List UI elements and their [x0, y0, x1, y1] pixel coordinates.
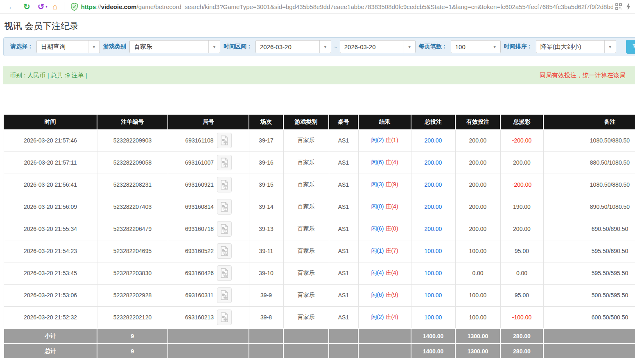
valid-bet: 200.00 [455, 218, 500, 240]
bet-time: 2026-03-20 21:57:46 [4, 129, 97, 151]
date-to-select[interactable]: 2026-03-20 ▼ [340, 40, 416, 53]
game-type-select[interactable]: 百家乐 ▼ [129, 40, 220, 53]
video-replay-button[interactable] [217, 243, 232, 259]
table-header-row: 时间 注单编号 局号 场次 游戏类别 桌号 结果 总投注 有效投注 总派彩 备注 [4, 115, 635, 129]
total-bet-link[interactable]: 200.00 [411, 174, 455, 196]
remark: 500.50/595.50 [543, 284, 635, 306]
remark: 600.50/500.50 [543, 306, 635, 328]
table-no: AS1 [329, 129, 358, 151]
video-replay-button[interactable] [217, 199, 232, 215]
round-cell: 693160921 [168, 174, 249, 196]
home-icon[interactable]: ⌂ [53, 2, 58, 11]
video-file-icon [220, 224, 228, 234]
payout: 200.00 [500, 218, 543, 240]
session: 39-11 [249, 240, 283, 262]
remark: 595.50/690.50 [543, 240, 635, 262]
video-replay-button[interactable] [217, 310, 232, 325]
sort-select[interactable]: 降幂(由大到小) ▼ [536, 40, 616, 53]
total-bet-link[interactable]: 100.00 [411, 240, 455, 262]
col-game-type: 游戏类别 [283, 115, 329, 129]
col-payout: 总派彩 [500, 115, 543, 129]
game-type: 百家乐 [283, 129, 329, 151]
chevron-down-icon: ▼ [208, 41, 220, 53]
date-to-value: 2026-03-20 [340, 43, 404, 50]
qr-code-icon[interactable] [615, 3, 622, 10]
video-replay-button[interactable] [217, 133, 232, 148]
bet-time: 2026-03-20 21:56:09 [4, 196, 97, 218]
video-replay-button[interactable] [217, 265, 232, 281]
bet-id: 523282204695 [97, 240, 168, 262]
table-row: 2026-03-20 21:55:34 523282206479 6931607… [4, 218, 635, 240]
page-size-select[interactable]: 100 ▼ [451, 40, 501, 53]
total-total-bet: 1400.00 [411, 344, 455, 359]
total-bet-link[interactable]: 200.00 [411, 196, 455, 218]
security-shield-icon[interactable] [71, 3, 78, 11]
video-file-icon [220, 158, 228, 167]
round-id: 693161007 [185, 159, 214, 166]
url-separator: :// [96, 3, 101, 10]
total-payout: 280.00 [500, 344, 543, 359]
search-button[interactable]: 查询 [626, 40, 635, 54]
address-bar[interactable]: https://videoie.com/game/betrecord_searc… [81, 3, 613, 10]
session: 39-16 [249, 151, 283, 174]
table-row: 2026-03-20 21:57:46 523282209903 6931611… [4, 129, 635, 151]
subtotal-valid-bet: 1300.00 [455, 328, 500, 344]
round-cell: 693161108 [168, 129, 249, 151]
total-bet-link[interactable]: 100.00 [411, 284, 455, 306]
total-bet-link[interactable]: 200.00 [411, 129, 455, 151]
game-type-label: 游戏类别 [103, 43, 126, 50]
result-player: 闲(6) [371, 159, 384, 165]
result-cell: 闲(6) 庄(4) [358, 151, 411, 174]
result-player: 闲(2) [371, 314, 384, 320]
undo-dropdown-icon[interactable]: ▾ [46, 5, 47, 9]
table-no: AS1 [329, 262, 358, 284]
result-cell: 闲(3) 庄(9) [358, 174, 411, 196]
subtotal-total-bet: 1400.00 [411, 328, 455, 344]
bet-id: 523282203830 [97, 262, 168, 284]
valid-bet: 0.00 [455, 262, 500, 284]
total-bet-link[interactable]: 200.00 [411, 218, 455, 240]
url-scheme: https [81, 3, 96, 10]
video-replay-button[interactable] [217, 155, 232, 170]
query-type-select[interactable]: 日期查询 ▼ [36, 40, 100, 53]
chevron-down-icon: ▼ [404, 41, 415, 53]
valid-bet: 200.00 [455, 151, 500, 174]
round-id: 693160522 [185, 248, 214, 254]
video-replay-button[interactable] [217, 177, 232, 192]
result-cell: 闲(1) 庄(7) [358, 240, 411, 262]
round-id: 693161108 [185, 137, 213, 144]
payout: -200.00 [500, 129, 543, 151]
video-replay-button[interactable] [217, 221, 232, 237]
total-bet-link[interactable]: 100.00 [411, 306, 455, 328]
remark: 690.50/890.50 [543, 218, 635, 240]
bet-time: 2026-03-20 21:54:23 [4, 240, 97, 262]
url-host: videoie.com [101, 3, 137, 10]
video-replay-button[interactable] [217, 287, 232, 303]
back-icon[interactable]: ← [8, 2, 16, 11]
remark: 1080.50/880.50 [543, 174, 635, 196]
round-cell: 693160718 [168, 218, 249, 240]
payout: 190.00 [500, 196, 543, 218]
session: 39-15 [249, 174, 283, 196]
total-count: 9 [97, 344, 168, 359]
table-body: 2026-03-20 21:57:46 523282209903 6931611… [4, 129, 635, 328]
subtotal-label: 小计 [4, 328, 97, 344]
session: 39-13 [249, 218, 283, 240]
reload-icon[interactable]: ↻ [23, 2, 30, 11]
session: 39-17 [249, 129, 283, 151]
total-valid-bet: 1300.00 [455, 344, 500, 359]
session: 39-9 [249, 284, 283, 306]
total-bet-link[interactable]: 200.00 [411, 151, 455, 174]
date-from-select[interactable]: 2026-03-20 ▼ [255, 40, 331, 53]
video-file-icon [220, 180, 228, 190]
undo-icon[interactable]: ↺ [38, 2, 45, 11]
subtotal-payout: 280.00 [500, 328, 543, 344]
bet-time: 2026-03-20 21:53:06 [4, 284, 97, 306]
select-type-label: 请选择： [10, 43, 33, 50]
game-type: 百家乐 [283, 240, 329, 262]
bet-records-table-wrap: 时间 注单编号 局号 场次 游戏类别 桌号 结果 总投注 有效投注 总派彩 备注… [3, 115, 635, 359]
result-banker: 庄(4) [385, 203, 398, 210]
result-cell: 闲(6) 庄(0) [358, 218, 411, 240]
lightning-bolt-icon[interactable] [626, 3, 631, 10]
total-bet-link[interactable]: 100.00 [411, 262, 455, 284]
